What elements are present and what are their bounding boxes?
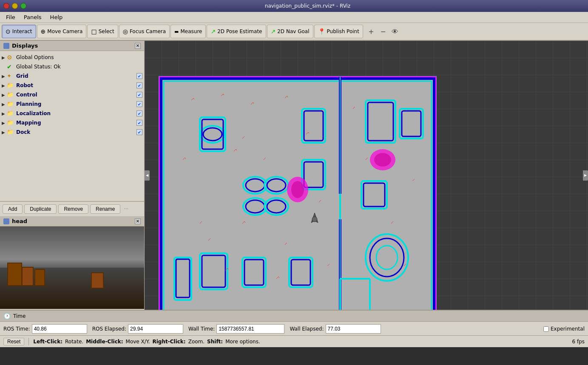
- select-button[interactable]: □ Select: [87, 25, 118, 38]
- tree-item-planning[interactable]: ▶ 📁 Planning ✔: [0, 99, 144, 109]
- middle-click-label: Middle-Click:: [86, 339, 123, 345]
- head-header: head ✕: [0, 216, 144, 226]
- tree-item-grid[interactable]: ▶ ✦ Grid ✔: [0, 71, 144, 81]
- arrow-localization: ▶: [2, 111, 7, 116]
- checkbox-mapping[interactable]: ✔: [136, 120, 142, 126]
- tree-item-localization[interactable]: ▶ 📁 Localization ✔: [0, 109, 144, 118]
- publish-point-label: Publish Point: [327, 28, 359, 34]
- tree-item-dock[interactable]: ▶ 📁 Dock ✔: [0, 127, 144, 137]
- experimental-checkbox[interactable]: [543, 326, 549, 332]
- view-button[interactable]: 👁: [389, 26, 401, 37]
- display-tree: ▶ ⚙ Global Options ✔ Global Status: Ok ▶…: [0, 51, 144, 139]
- icon-control: 📁: [7, 91, 14, 98]
- head-viewport[interactable]: [0, 226, 144, 309]
- tree-item-control[interactable]: ▶ 📁 Control ✔: [0, 90, 144, 99]
- tree-item-mapping[interactable]: ▶ 📁 Mapping ✔: [0, 118, 144, 127]
- ros-time-input[interactable]: [32, 324, 87, 334]
- add-button[interactable]: Add: [3, 204, 23, 214]
- head-box-2: [22, 267, 34, 286]
- shift-label: Shift:: [207, 339, 223, 345]
- wall-time-input[interactable]: [216, 324, 284, 334]
- svg-point-41: [374, 153, 391, 167]
- label-dock: Dock: [16, 129, 136, 135]
- checkbox-robot[interactable]: ✔: [136, 82, 142, 88]
- ros-elapsed-label: ROS Elapsed:: [92, 326, 126, 332]
- close-button[interactable]: [3, 3, 9, 9]
- head-title: head: [12, 218, 27, 224]
- tree-item-global-options[interactable]: ▶ ⚙ Global Options: [0, 53, 144, 62]
- svg-point-25: [291, 181, 304, 198]
- toolbar: ⊙ Interact ⊕ Move Camera □ Select ◎ Focu…: [0, 23, 588, 41]
- ros-time-group: ROS Time:: [3, 324, 87, 334]
- toolbar-extras: + − 👁: [366, 26, 401, 37]
- ros-elapsed-input[interactable]: [128, 324, 183, 334]
- left-panel: Displays ✕ ▶ ⚙ Global Options ✔ Global S…: [0, 41, 145, 310]
- zoom-in-button[interactable]: +: [366, 26, 377, 37]
- menu-file[interactable]: File: [2, 13, 20, 21]
- right-click-value: Zoom.: [188, 339, 205, 345]
- checkbox-control[interactable]: ✔: [136, 92, 142, 98]
- icon-planning: 📁: [7, 101, 14, 108]
- displays-header: Displays ✕: [0, 41, 144, 51]
- left-panel-collapse-arrow[interactable]: ◀: [145, 170, 150, 181]
- titlebar: navigation_public_sim.rviz* - RViz: [0, 0, 588, 12]
- pose-estimate-button[interactable]: ↗ 2D Pose Estimate: [207, 25, 266, 38]
- wall-elapsed-input[interactable]: [326, 324, 381, 334]
- menu-panels[interactable]: Panels: [20, 13, 46, 21]
- checkbox-localization[interactable]: ✔: [136, 110, 142, 116]
- main-viewport[interactable]: ▶: [145, 41, 588, 310]
- remove-button[interactable]: Remove: [58, 204, 88, 214]
- reset-button[interactable]: Reset: [3, 338, 24, 345]
- arrow-mapping: ▶: [2, 121, 7, 125]
- arrow-robot: ▶: [2, 83, 7, 88]
- time-header: 🕐 Time: [0, 311, 588, 322]
- move-camera-label: Move Camera: [47, 28, 82, 34]
- publish-point-button[interactable]: 📍 Publish Point: [314, 25, 363, 38]
- head-box-3: [34, 269, 45, 286]
- window-controls[interactable]: [3, 3, 26, 9]
- zoom-out-button[interactable]: −: [378, 26, 389, 37]
- pose-estimate-label: 2D Pose Estimate: [217, 28, 262, 34]
- right-click-label: Right-Click:: [153, 339, 186, 345]
- maximize-button[interactable]: [20, 3, 26, 9]
- icon-grid: ✦: [7, 73, 14, 79]
- measure-button[interactable]: ▬ Measure: [170, 25, 206, 38]
- menu-help[interactable]: Help: [46, 13, 67, 21]
- head-box-1: [7, 263, 22, 286]
- more-dots: …: [122, 204, 130, 214]
- move-camera-button[interactable]: ⊕ Move Camera: [37, 25, 87, 38]
- minimize-button[interactable]: [12, 3, 18, 9]
- rename-button[interactable]: Rename: [90, 204, 120, 214]
- label-robot: Robot: [16, 82, 136, 88]
- left-click-value: Rotate.: [65, 339, 83, 345]
- duplicate-button[interactable]: Duplicate: [24, 204, 57, 214]
- label-global-status: Global Status: Ok: [16, 64, 142, 70]
- map-area: [157, 75, 438, 310]
- interact-button[interactable]: ⊙ Interact: [2, 25, 36, 38]
- head-box-4: [91, 272, 104, 289]
- nav-goal-icon: ↗: [271, 28, 276, 35]
- focus-camera-button[interactable]: ◎ Focus Camera: [119, 25, 170, 38]
- displays-close-button[interactable]: ✕: [135, 43, 141, 49]
- arrow-grid: ▶: [2, 74, 7, 79]
- label-global-options: Global Options: [16, 54, 142, 60]
- checkbox-dock[interactable]: ✔: [136, 129, 142, 135]
- time-title: Time: [13, 313, 26, 319]
- time-section: 🕐 Time ROS Time: ROS Elapsed: Wall Time:…: [0, 310, 588, 335]
- menubar: File Panels Help: [0, 12, 588, 23]
- nav-goal-button[interactable]: ↗ 2D Nav Goal: [267, 25, 313, 38]
- status-divider-1: [28, 338, 29, 345]
- icon-global-status: ✔: [7, 63, 14, 70]
- icon-mapping: 📁: [7, 119, 14, 126]
- checkbox-grid[interactable]: ✔: [136, 73, 142, 79]
- checkbox-planning[interactable]: ✔: [136, 101, 142, 107]
- tree-item-robot[interactable]: ▶ 📁 Robot ✔: [0, 81, 144, 90]
- wall-time-group: Wall Time:: [188, 324, 284, 334]
- head-close-button[interactable]: ✕: [135, 218, 141, 224]
- arrow-dock: ▶: [2, 130, 7, 135]
- tree-item-global-status[interactable]: ✔ Global Status: Ok: [0, 62, 144, 71]
- arrow-control: ▶: [2, 93, 7, 97]
- icon-global-options: ⚙: [7, 54, 14, 61]
- right-panel-collapse-arrow[interactable]: ▶: [583, 170, 588, 181]
- ros-time-label: ROS Time:: [3, 326, 30, 332]
